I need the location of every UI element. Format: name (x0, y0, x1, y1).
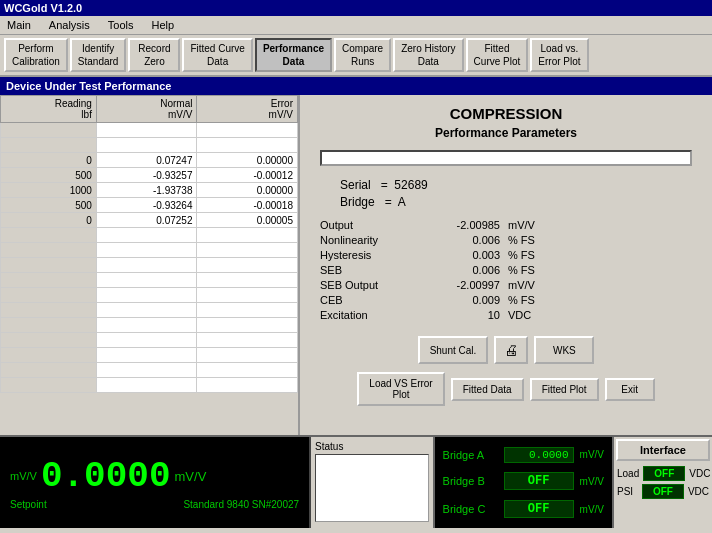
cell-error (197, 273, 298, 288)
cell-load: 500 (1, 168, 97, 183)
param-unit: % FS (500, 264, 560, 276)
serial-line: Serial = 52689 (340, 178, 692, 192)
toolbar: PerformCalibration IdentifyStandard Reco… (0, 35, 712, 77)
iface-psi-label: PSI (617, 486, 638, 497)
menu-tools[interactable]: Tools (105, 18, 137, 32)
cell-error: 0.00000 (197, 183, 298, 198)
setpoint-label: Setpoint (10, 499, 47, 510)
cell-error: -0.00018 (197, 198, 298, 213)
param-value: 0.006 (420, 234, 500, 246)
bridge-row-a: Bridge A 0.0000 mV/V (443, 447, 604, 463)
iface-load-unit: VDC (689, 468, 710, 479)
param-label: Output (320, 219, 420, 231)
cell-load (1, 243, 97, 258)
param-value: 0.003 (420, 249, 500, 261)
iface-load-label: Load (617, 468, 639, 479)
menu-analysis[interactable]: Analysis (46, 18, 93, 32)
mv-label: mV/V (10, 470, 37, 482)
bridge-a-label: Bridge A (443, 449, 498, 461)
exit-button[interactable]: Exit (605, 378, 655, 401)
param-label: Hysteresis (320, 249, 420, 261)
menu-main[interactable]: Main (4, 18, 34, 32)
cell-load (1, 363, 97, 378)
bridge-b-label: Bridge B (443, 475, 498, 487)
cell-load (1, 273, 97, 288)
param-value: -2.00997 (420, 279, 500, 291)
cell-normal (96, 243, 197, 258)
cell-load (1, 378, 97, 393)
app-title: WCGold V1.2.0 (4, 2, 82, 14)
cell-error (197, 288, 298, 303)
menu-help[interactable]: Help (149, 18, 178, 32)
left-panel: Readinglbf NormalmV/V ErrormV/V 00.07247… (0, 95, 300, 435)
cell-load (1, 228, 97, 243)
table-row: 00.072520.00005 (1, 213, 298, 228)
tb-zero-history[interactable]: Zero HistoryData (393, 38, 463, 72)
cell-error (197, 348, 298, 363)
progress-bar (320, 150, 692, 166)
load-vs-error-button[interactable]: Load VS ErrorPlot (357, 372, 444, 406)
fitted-plot-button[interactable]: Fitted Plot (530, 378, 599, 401)
tb-load-vs-error[interactable]: Load vs.Error Plot (530, 38, 588, 72)
tb-record-zero[interactable]: RecordZero (128, 38, 180, 72)
cell-load (1, 138, 97, 153)
iface-psi-unit: VDC (688, 486, 709, 497)
main-content: Readinglbf NormalmV/V ErrormV/V 00.07247… (0, 95, 712, 435)
iface-row-load: Load OFF VDC (617, 466, 709, 481)
tb-compare-runs[interactable]: CompareRuns (334, 38, 391, 72)
cell-load: 500 (1, 198, 97, 213)
bridge-b-unit: mV/V (580, 476, 604, 487)
iface-row-psi: PSI OFF VDC (617, 484, 709, 499)
tb-fitted-curve-plot[interactable]: FittedCurve Plot (466, 38, 529, 72)
compression-title: COMPRESSION (320, 105, 692, 122)
bridge-c-unit: mV/V (580, 504, 604, 515)
cell-normal (96, 123, 197, 138)
cell-normal (96, 378, 197, 393)
tb-perform-calibration[interactable]: PerformCalibration (4, 38, 68, 72)
shunt-cal-button[interactable]: Shunt Cal. (418, 336, 489, 364)
param-unit: % FS (500, 234, 560, 246)
tb-performance-data[interactable]: PerformanceData (255, 38, 332, 72)
tb-fitted-curve-data[interactable]: Fitted CurveData (182, 38, 252, 72)
cell-normal: -0.93257 (96, 168, 197, 183)
interface-title[interactable]: Interface (616, 439, 710, 461)
tb-identify-standard[interactable]: IdentifyStandard (70, 38, 127, 72)
menu-bar: Main Analysis Tools Help (0, 16, 712, 35)
bridge-line: Bridge = A (340, 195, 692, 209)
cell-normal (96, 288, 197, 303)
cell-error (197, 228, 298, 243)
cell-error (197, 123, 298, 138)
param-value: -2.00985 (420, 219, 500, 231)
fitted-data-button[interactable]: Fitted Data (451, 378, 524, 401)
cell-load (1, 303, 97, 318)
param-unit: mV/V (500, 279, 560, 291)
bottom-left: mV/V 0.0000 mV/V Setpoint Standard 9840 … (0, 437, 311, 528)
wks-button[interactable]: WKS (534, 336, 594, 364)
cell-error (197, 138, 298, 153)
cell-error (197, 363, 298, 378)
param-label: Nonlinearity (320, 234, 420, 246)
cell-normal: 0.07247 (96, 153, 197, 168)
printer-button[interactable]: 🖨 (494, 336, 528, 364)
cell-normal (96, 333, 197, 348)
cell-load (1, 348, 97, 363)
param-value: 10 (420, 309, 500, 321)
bridge-a-unit: mV/V (580, 449, 604, 460)
cell-error (197, 303, 298, 318)
cell-load (1, 258, 97, 273)
iface-psi-value: OFF (642, 484, 684, 499)
table-row (1, 273, 298, 288)
cell-normal (96, 138, 197, 153)
table-row (1, 138, 298, 153)
cell-error: -0.00012 (197, 168, 298, 183)
table-row (1, 378, 298, 393)
buttons-row-1: Shunt Cal. 🖨 WKS (320, 336, 692, 364)
table-row (1, 228, 298, 243)
table-row (1, 123, 298, 138)
param-value: 0.009 (420, 294, 500, 306)
params-grid: Output-2.00985mV/VNonlinearity0.006% FSH… (320, 219, 692, 321)
cell-normal (96, 228, 197, 243)
bridge-row-b: Bridge B OFF mV/V (443, 472, 604, 490)
cell-normal (96, 303, 197, 318)
status-content (315, 454, 428, 522)
